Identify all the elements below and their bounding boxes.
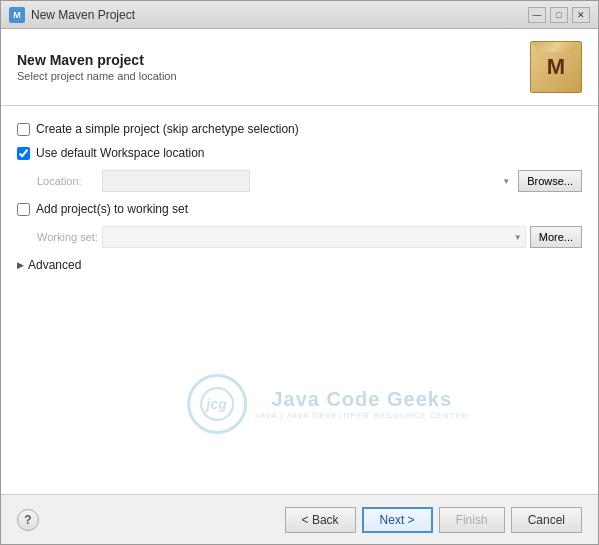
svg-text:M: M	[13, 10, 21, 20]
window-icon: M	[9, 7, 25, 23]
simple-project-row: Create a simple project (skip archetype …	[17, 122, 582, 136]
brand-name: Java Code Geeks	[255, 388, 469, 411]
footer: ? < Back Next > Finish Cancel	[1, 494, 598, 544]
location-input[interactable]	[102, 170, 250, 192]
next-button[interactable]: Next >	[362, 507, 433, 533]
jcg-text: jcg	[207, 396, 227, 412]
advanced-section[interactable]: ▶ Advanced	[17, 258, 582, 272]
watermark: jcg Java Code Geeks Java | Java Develope…	[187, 374, 469, 434]
titlebar: M New Maven Project — □ ✕	[1, 1, 598, 29]
default-workspace-checkbox[interactable]	[17, 147, 30, 160]
simple-project-label[interactable]: Create a simple project (skip archetype …	[36, 122, 299, 136]
maven-logo: M	[530, 41, 582, 93]
help-button[interactable]: ?	[17, 509, 39, 531]
working-set-label[interactable]: Add project(s) to working set	[36, 202, 188, 216]
maximize-button[interactable]: □	[550, 7, 568, 23]
minimize-button[interactable]: —	[528, 7, 546, 23]
cancel-button[interactable]: Cancel	[511, 507, 582, 533]
header-bar: New Maven project Select project name an…	[1, 29, 598, 106]
window-title: New Maven Project	[31, 8, 528, 22]
header-text: New Maven project Select project name an…	[17, 52, 177, 82]
working-set-wrapper: ▼	[102, 226, 526, 248]
jcg-circle-icon: jcg	[187, 374, 247, 434]
brand-tagline: Java | Java Developer Resource Center	[255, 411, 469, 420]
default-workspace-label[interactable]: Use default Workspace location	[36, 146, 205, 160]
header-icon: M	[530, 41, 582, 93]
simple-project-checkbox[interactable]	[17, 123, 30, 136]
content-area: Create a simple project (skip archetype …	[1, 106, 598, 494]
working-set-checkbox[interactable]	[17, 203, 30, 216]
watermark-brand-text: Java Code Geeks Java | Java Developer Re…	[255, 388, 469, 420]
working-set-row: Add project(s) to working set	[17, 202, 582, 216]
advanced-arrow-icon: ▶	[17, 260, 24, 270]
browse-button[interactable]: Browse...	[518, 170, 582, 192]
location-row: Location: ▼ Browse...	[17, 170, 582, 192]
back-button[interactable]: < Back	[285, 507, 356, 533]
footer-left: ?	[17, 509, 39, 531]
more-button[interactable]: More...	[530, 226, 582, 248]
default-workspace-row: Use default Workspace location	[17, 146, 582, 160]
page-subtitle: Select project name and location	[17, 70, 177, 82]
working-set-select[interactable]	[102, 226, 526, 248]
location-label: Location:	[37, 175, 102, 187]
finish-button[interactable]: Finish	[439, 507, 505, 533]
location-wrapper: ▼	[102, 170, 514, 192]
close-button[interactable]: ✕	[572, 7, 590, 23]
watermark-logo: jcg Java Code Geeks Java | Java Develope…	[187, 374, 469, 434]
advanced-label: Advanced	[28, 258, 81, 272]
working-set-field-label: Working set:	[37, 231, 102, 243]
main-window: M New Maven Project — □ ✕ New Maven proj…	[0, 0, 599, 545]
location-dropdown-arrow: ▼	[502, 177, 510, 186]
window-controls: — □ ✕	[528, 7, 590, 23]
working-set-field-row: Working set: ▼ More...	[17, 226, 582, 248]
page-title: New Maven project	[17, 52, 177, 68]
footer-buttons: < Back Next > Finish Cancel	[285, 507, 582, 533]
